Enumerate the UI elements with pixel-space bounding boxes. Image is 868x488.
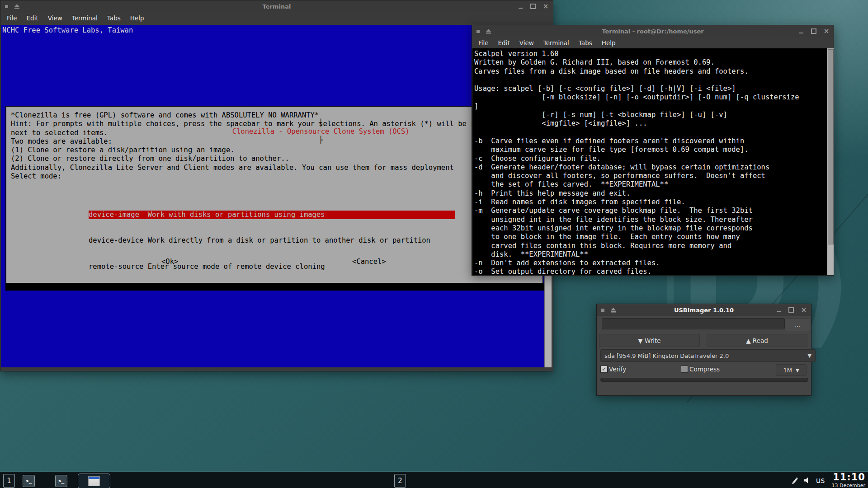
eject-icon <box>611 308 616 313</box>
left-terminal-title: Terminal <box>0 3 553 10</box>
terminal-prompt-glyph: >_ <box>26 479 32 483</box>
window-menu-icon <box>476 30 480 33</box>
device-select[interactable]: sda [954.9 MiB] Kingston DataTraveler 2.… <box>600 349 816 362</box>
clonezilla-banner: NCHC Free Software Labs, Taiwan <box>1 25 544 35</box>
verify-checkbox[interactable]: ✓ Verify <box>600 366 626 373</box>
menu-tabs[interactable]: Tabs <box>107 14 121 22</box>
menu-help[interactable]: Help <box>130 14 144 22</box>
keyboard-layout-indicator[interactable]: us <box>816 476 825 485</box>
close-icon[interactable]: × <box>542 3 549 10</box>
usbimager-titlebar[interactable]: USBImager 1.0.10 × <box>597 304 811 316</box>
menu-item-device-image[interactable]: device-image Work with disks or partitio… <box>89 211 455 219</box>
menu-help[interactable]: Help <box>602 39 616 47</box>
device-select-value: sda [954.9 MiB] Kingston DataTraveler 2.… <box>604 352 729 359</box>
menu-edit[interactable]: Edit <box>498 39 510 47</box>
system-tray: us 11:10 13 December <box>791 472 865 488</box>
scalpel-terminal-window: Terminal - root@Dr:/home/user × File Edi… <box>472 25 834 276</box>
scalpel-terminal-screen[interactable]: Scalpel version 1.60 Written by Golden G… <box>472 48 827 275</box>
chevron-down-icon: ▼ <box>808 353 811 359</box>
screen-black-strip <box>5 283 544 291</box>
window-menu-icon <box>601 309 604 312</box>
workspace-1-button[interactable]: 1 <box>3 474 15 488</box>
progress-bar <box>600 378 808 382</box>
right-terminal-menubar: File Edit View Terminal Tabs Help <box>472 37 834 48</box>
menu-terminal[interactable]: Terminal <box>72 14 98 22</box>
minimize-icon[interactable] <box>797 28 805 35</box>
mode-menu: device-image Work with disks or partitio… <box>89 193 455 284</box>
menu-file[interactable]: File <box>7 14 17 22</box>
read-button[interactable]: ▲ Read <box>707 334 807 347</box>
workspace-2-button[interactable]: 2 <box>394 474 406 488</box>
right-terminal-scrollbar[interactable] <box>827 48 834 275</box>
maximize-icon[interactable] <box>529 3 537 10</box>
right-terminal-titlebar[interactable]: Terminal - root@Dr:/home/user × <box>472 25 834 37</box>
dialog-text: *Clonezilla is free (GPL) software and c… <box>11 111 492 181</box>
menu-item-device-device[interactable]: device-device Work directly from a disk … <box>89 236 455 245</box>
menu-item-remote-source[interactable]: remote-source Enter source mode of remot… <box>89 263 455 271</box>
verify-label: Verify <box>609 366 626 373</box>
eject-icon <box>486 29 491 34</box>
close-icon[interactable]: × <box>823 28 830 35</box>
right-terminal-title: Terminal - root@Dr:/home/user <box>472 28 834 35</box>
terminal-prompt-glyph: >_ <box>58 479 64 483</box>
minimize-icon[interactable] <box>517 3 524 10</box>
minimize-icon[interactable] <box>775 306 782 314</box>
checkbox-checked-icon[interactable]: ✓ <box>600 366 608 373</box>
buffer-size-select[interactable]: 1M ▼ <box>776 364 807 376</box>
close-icon[interactable]: × <box>800 306 807 314</box>
compress-label: Compress <box>689 366 720 373</box>
left-terminal-menubar: File Edit View Terminal Tabs Help <box>0 12 553 23</box>
clonezilla-terminal-window: Terminal × File Edit View Terminal Tabs … <box>0 0 553 371</box>
volume-icon[interactable] <box>804 477 811 484</box>
scrollbar-thumb[interactable] <box>828 49 834 244</box>
menu-terminal[interactable]: Terminal <box>543 39 569 47</box>
cancel-button[interactable]: <Cancel> <box>352 258 386 266</box>
menu-file[interactable]: File <box>478 39 489 47</box>
image-file-input[interactable] <box>602 318 785 329</box>
clonezilla-screen[interactable]: NCHC Free Software Labs, Taiwan ┤ Clonez… <box>1 25 544 367</box>
menu-view[interactable]: View <box>48 14 62 22</box>
clock-time: 11:10 <box>833 473 865 482</box>
left-terminal-titlebar[interactable]: Terminal × <box>0 0 553 12</box>
usbimager-window: USBImager 1.0.10 × ... ▼ Write ▲ Read sd… <box>596 304 811 396</box>
ok-button[interactable]: <Ok> <box>161 258 178 266</box>
menu-tabs[interactable]: Tabs <box>579 39 592 47</box>
maximize-icon[interactable] <box>788 306 795 314</box>
active-window-task-button[interactable] <box>78 474 110 488</box>
chevron-down-icon: ▼ <box>796 368 799 373</box>
menu-edit[interactable]: Edit <box>27 14 38 22</box>
terminal-launcher-icon[interactable]: >_ <box>23 475 35 487</box>
scalpel-help-output: Scalpel version 1.60 Written by Golden G… <box>472 48 827 275</box>
maximize-icon[interactable] <box>810 28 817 35</box>
pen-icon[interactable] <box>791 477 799 484</box>
terminal-launcher-icon[interactable]: >_ <box>55 475 67 487</box>
desktop: D) Terminal × File Edit View Terminal <box>0 0 868 488</box>
checkbox-unchecked-icon[interactable] <box>681 366 688 373</box>
window-menu-icon <box>5 5 8 8</box>
window-icon <box>88 476 100 486</box>
clonezilla-mode-dialog: ┤ Clonezilla - Opensource Clone System (… <box>5 106 543 284</box>
clock[interactable]: 11:10 13 December <box>831 473 865 488</box>
clock-date: 13 December <box>831 483 865 488</box>
taskbar: 1 >_ >_ 2 us 11:10 13 December <box>0 471 868 488</box>
buffer-size-value: 1M <box>783 367 792 374</box>
eject-icon <box>14 4 19 9</box>
menu-view[interactable]: View <box>519 39 534 47</box>
write-button[interactable]: ▼ Write <box>599 334 700 347</box>
browse-button[interactable]: ... <box>785 318 810 331</box>
compress-checkbox[interactable]: Compress <box>681 366 720 373</box>
